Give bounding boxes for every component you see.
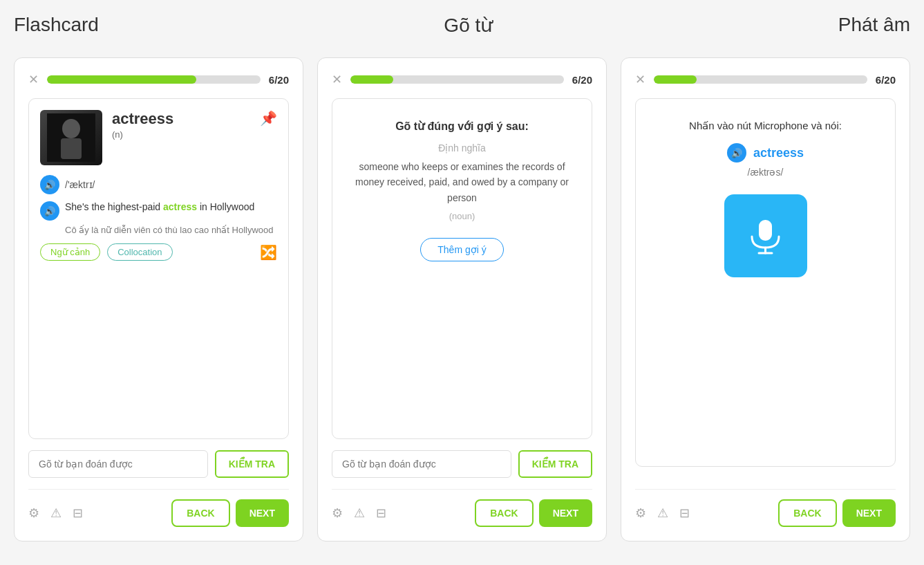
goto-settings-icon[interactable]: ⚙	[332, 506, 343, 521]
mic-btn[interactable]	[724, 194, 807, 277]
page-header: Flashcard Gõ từ Phát âm	[14, 14, 910, 37]
phatam-close-btn[interactable]: ✕	[635, 72, 645, 87]
flashcard-panel: ✕ 6/20	[14, 57, 303, 541]
phatam-bookmark-icon[interactable]: ⊟	[679, 506, 690, 521]
word-title-area: actreess (n)	[112, 110, 250, 140]
goto-instruction: Gõ từ đúng với gợi ý sau:	[395, 120, 529, 133]
phatam-panel: ✕ 6/20 Nhấn vào nút Microphone và nói: 🔊…	[621, 57, 910, 541]
pronunciation-row1: 🔊 /'æktrɪ/	[40, 175, 277, 194]
flashcard-back-btn[interactable]: BACK	[171, 499, 229, 527]
phatam-pron: /æktrəs/	[748, 167, 784, 178]
shuffle-icon[interactable]: 🔀	[260, 244, 277, 261]
cards-container: ✕ 6/20	[14, 57, 910, 541]
pin-icon[interactable]: 📌	[260, 110, 277, 127]
pronunciation-text: /'æktrɪ/	[65, 179, 95, 190]
flashcard-progress-bg	[47, 75, 261, 84]
phatam-content-box: Nhấn vào nút Microphone và nói: 🔊 actree…	[635, 98, 896, 467]
phatam-progress-text: 6/20	[876, 74, 896, 86]
word-pos: (n)	[112, 129, 250, 140]
phatam-instruction: Nhấn vào nút Microphone và nói:	[689, 120, 842, 132]
goto-pos: (noun)	[449, 211, 475, 221]
goto-close-btn[interactable]: ✕	[332, 72, 342, 87]
flashcard-content-box: actreess (n) 📌 🔊 /'æktrɪ/ 🔊 She's the hi…	[28, 98, 289, 439]
svg-point-1	[62, 119, 80, 138]
goto-top-bar: ✕ 6/20	[332, 72, 592, 87]
goto-progress-fill	[350, 75, 393, 84]
phatam-next-btn[interactable]: NEXT	[842, 499, 896, 527]
word-header: actreess (n) 📌	[40, 110, 277, 165]
phatam-word-row: 🔊 actreess	[727, 143, 804, 163]
word-title: actreess	[112, 110, 250, 128]
phatam-footer-actions: BACK NEXT	[778, 499, 896, 527]
phatam-top-bar: ✕ 6/20	[635, 72, 896, 87]
flashcard-progress-fill	[47, 75, 196, 84]
goto-check-btn[interactable]: KIỂM TRA	[518, 450, 592, 478]
phatam-speaker-btn[interactable]: 🔊	[727, 143, 746, 163]
goto-warning-icon[interactable]: ⚠	[354, 506, 365, 521]
phatam-warning-icon[interactable]: ⚠	[657, 506, 668, 521]
flashcard-progress-text: 6/20	[269, 74, 289, 86]
speaker-btn-1[interactable]: 🔊	[40, 175, 59, 194]
highlight-actress: actress	[163, 201, 197, 212]
flashcard-settings-icon[interactable]: ⚙	[28, 506, 39, 521]
example-row: 🔊 She's the highest-paid actress in Holl…	[40, 201, 277, 221]
phatam-footer: ⚙ ⚠ ⊟ BACK NEXT	[635, 489, 896, 527]
example-text: She's the highest-paid actress in Hollyw…	[65, 201, 254, 212]
flashcard-footer-actions: BACK NEXT	[171, 499, 289, 527]
goto-definition: someone who keeps or examines the record…	[346, 159, 578, 205]
flashcard-warning-icon[interactable]: ⚠	[50, 506, 62, 521]
title-flashcard: Flashcard	[14, 14, 99, 37]
goto-next-btn[interactable]: NEXT	[539, 499, 592, 527]
phatam-progress-fill	[654, 75, 697, 84]
collocation-btn[interactable]: Collocation	[107, 243, 172, 261]
flashcard-next-btn[interactable]: NEXT	[236, 499, 289, 527]
goto-bookmark-icon[interactable]: ⊟	[376, 506, 386, 521]
goto-progress-bg	[350, 75, 564, 84]
title-phatam: Phát âm	[838, 14, 910, 37]
goto-hint-label: Định nghĩa	[438, 142, 486, 154]
goto-panel: ✕ 6/20 Gõ từ đúng với gợi ý sau: Định ng…	[317, 57, 607, 541]
word-image	[40, 110, 102, 165]
goto-footer-actions: BACK NEXT	[475, 499, 592, 527]
goto-content-box: Gõ từ đúng với gợi ý sau: Định nghĩa som…	[332, 98, 592, 439]
svg-rect-2	[61, 138, 82, 159]
goto-guess-input[interactable]	[332, 450, 511, 478]
phatam-progress-bg	[654, 75, 867, 84]
flashcard-input-row: KIỂM TRA	[28, 450, 289, 478]
flashcard-footer: ⚙ ⚠ ⊟ BACK NEXT	[28, 489, 289, 527]
phatam-back-btn[interactable]: BACK	[778, 499, 836, 527]
flashcard-top-bar: ✕ 6/20	[28, 72, 289, 87]
goto-back-btn[interactable]: BACK	[475, 499, 533, 527]
speaker-btn-2[interactable]: 🔊	[40, 201, 59, 221]
goto-progress-text: 6/20	[572, 74, 592, 86]
flashcard-close-btn[interactable]: ✕	[28, 72, 39, 87]
them-goi-y-btn[interactable]: Thêm gợi ý	[420, 238, 503, 261]
goto-input-row: KIỂM TRA	[332, 450, 592, 478]
phatam-word: actreess	[753, 146, 804, 160]
ngu-canh-btn[interactable]: Ngữ cảnh	[40, 243, 100, 261]
flashcard-guess-input[interactable]	[28, 450, 208, 478]
flashcard-check-btn[interactable]: KIỂM TRA	[215, 450, 289, 478]
title-goto: Gõ từ	[444, 14, 493, 37]
translation-text: Cô ấy là nữ diễn viên có thù lao cao nhấ…	[65, 225, 277, 235]
tag-row: Ngữ cảnh Collocation 🔀	[40, 243, 277, 261]
svg-rect-3	[759, 220, 772, 241]
flashcard-bookmark-icon[interactable]: ⊟	[73, 506, 83, 521]
goto-footer: ⚙ ⚠ ⊟ BACK NEXT	[332, 489, 592, 527]
phatam-settings-icon[interactable]: ⚙	[635, 506, 646, 521]
